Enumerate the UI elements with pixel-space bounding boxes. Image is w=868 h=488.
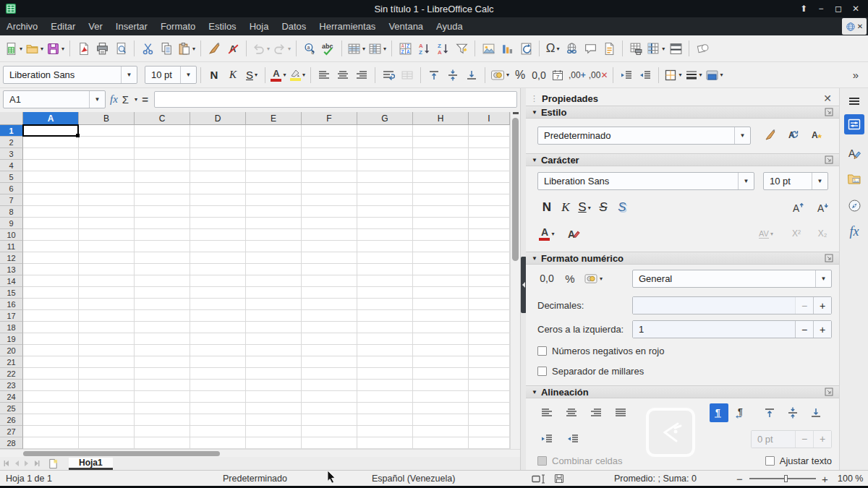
cell-D27[interactable]: [190, 426, 246, 437]
dropdown-arrow-icon[interactable]: ▾: [192, 46, 195, 52]
character-spacing-button[interactable]: AV▾: [757, 224, 775, 243]
cell-H17[interactable]: [413, 310, 469, 322]
cell-D7[interactable]: [190, 194, 246, 206]
cell-F8[interactable]: [302, 206, 357, 218]
menu-ver[interactable]: Ver: [82, 17, 109, 35]
cell-I14[interactable]: [469, 275, 510, 287]
align-top-button[interactable]: [425, 66, 443, 85]
special-character-button[interactable]: Ω▾: [543, 39, 562, 58]
insert-comment-button[interactable]: [581, 39, 600, 58]
zoom-slider-thumb[interactable]: [784, 475, 788, 482]
new-style-button[interactable]: A: [807, 126, 826, 145]
cell-I23[interactable]: [469, 380, 510, 391]
close-button[interactable]: ✕: [851, 4, 861, 14]
dropdown-arrow-icon[interactable]: ▾: [20, 46, 22, 52]
cell-I24[interactable]: [469, 391, 510, 403]
cell-D9[interactable]: [190, 218, 246, 229]
cell-D19[interactable]: [190, 333, 246, 345]
cell-F27[interactable]: [302, 426, 357, 437]
cut-button[interactable]: [138, 39, 157, 58]
last-sheet-icon[interactable]: [33, 460, 41, 467]
dialog-launcher-icon[interactable]: [825, 254, 833, 262]
cell-D8[interactable]: [190, 206, 246, 218]
cell-G10[interactable]: [357, 229, 413, 241]
dropdown-arrow-icon[interactable]: ▾: [588, 205, 591, 211]
cell-C15[interactable]: [135, 287, 190, 299]
cell-C7[interactable]: [135, 194, 190, 206]
cell-H18[interactable]: [413, 322, 469, 333]
center-vertically-button[interactable]: [443, 66, 462, 85]
cell-grid[interactable]: ABCDEFGHI 123456789101112131415161718192…: [0, 112, 510, 449]
copy-button[interactable]: [157, 39, 176, 58]
column-button[interactable]: ▾: [367, 39, 388, 58]
cell-A27[interactable]: [23, 426, 79, 437]
cell-D28[interactable]: [190, 437, 246, 449]
cell-D21[interactable]: [190, 356, 246, 368]
cell-H19[interactable]: [413, 333, 469, 345]
cell-C19[interactable]: [135, 333, 190, 345]
dropdown-arrow-icon[interactable]: ▾: [506, 72, 509, 78]
decimales-value[interactable]: [633, 297, 795, 314]
cell-H26[interactable]: [413, 414, 469, 426]
italic-button[interactable]: K: [224, 66, 242, 85]
formula-input[interactable]: [154, 91, 517, 108]
column-header-E[interactable]: E: [246, 112, 302, 125]
cell-E3[interactable]: [246, 148, 302, 160]
insert-image-button[interactable]: [479, 39, 498, 58]
cell-F5[interactable]: [302, 171, 357, 183]
row-header-19[interactable]: 19: [0, 333, 23, 345]
row-header-27[interactable]: 27: [0, 426, 23, 437]
cell-B23[interactable]: [79, 380, 135, 391]
thousands-separator-checkbox[interactable]: [537, 367, 547, 376]
cell-C4[interactable]: [135, 160, 190, 171]
cell-B14[interactable]: [79, 275, 135, 287]
dropdown-arrow-icon[interactable]: ▼: [734, 127, 750, 144]
freeze-panes-button[interactable]: ▾: [645, 39, 666, 58]
zoom-in-button[interactable]: +: [822, 471, 828, 487]
menu-herramientas[interactable]: Herramientas: [312, 17, 382, 35]
cell-A10[interactable]: [23, 229, 79, 241]
dropdown-arrow-icon[interactable]: ▾: [556, 46, 559, 52]
cell-A26[interactable]: [23, 414, 79, 426]
shrink-font-button[interactable]: A: [813, 198, 832, 217]
cell-H15[interactable]: [413, 287, 469, 299]
vertical-scrollbar[interactable]: [510, 112, 520, 449]
row-header-3[interactable]: 3: [0, 148, 23, 160]
cell-E20[interactable]: [246, 345, 302, 356]
cell-I18[interactable]: [469, 322, 510, 333]
cell-A24[interactable]: [23, 391, 79, 403]
cell-I10[interactable]: [469, 229, 510, 241]
row-header-9[interactable]: 9: [0, 218, 23, 229]
new-button[interactable]: ▾: [3, 39, 24, 58]
cell-G4[interactable]: [357, 160, 413, 171]
cell-B9[interactable]: [79, 218, 135, 229]
increase-indent-button[interactable]: [617, 66, 636, 85]
dropdown-arrow-icon[interactable]: ▾: [135, 96, 137, 103]
cell-H11[interactable]: [413, 241, 469, 252]
cell-A11[interactable]: [23, 241, 79, 252]
cell-F17[interactable]: [302, 310, 357, 322]
cell-F12[interactable]: [302, 252, 357, 264]
row-header-10[interactable]: 10: [0, 229, 23, 241]
column-header-D[interactable]: D: [190, 112, 246, 125]
dropdown-arrow-icon[interactable]: ▾: [302, 72, 305, 78]
negative-red-checkbox[interactable]: [537, 346, 547, 356]
text-direction-ltr-button[interactable]: ¶: [710, 403, 728, 422]
cell-E1[interactable]: [246, 125, 302, 137]
cell-A8[interactable]: [23, 206, 79, 218]
save-button[interactable]: ▾: [45, 39, 66, 58]
cell-C22[interactable]: [135, 368, 190, 380]
delete-decimal-button[interactable]: ,00✕: [587, 66, 610, 85]
close-notification-icon[interactable]: ✕: [857, 22, 863, 30]
column-header-I[interactable]: I: [469, 112, 510, 125]
cell-E5[interactable]: [246, 171, 302, 183]
insert-mode-icon[interactable]: [532, 471, 548, 487]
dialog-launcher-icon[interactable]: [825, 388, 833, 396]
maximize-button[interactable]: ◻: [833, 4, 843, 14]
cell-C8[interactable]: [135, 206, 190, 218]
cell-F16[interactable]: [302, 299, 357, 310]
indent-plus-button[interactable]: +: [813, 431, 831, 448]
cell-E10[interactable]: [246, 229, 302, 241]
cell-E15[interactable]: [246, 287, 302, 299]
dropdown-arrow-icon[interactable]: ▾: [699, 72, 702, 78]
